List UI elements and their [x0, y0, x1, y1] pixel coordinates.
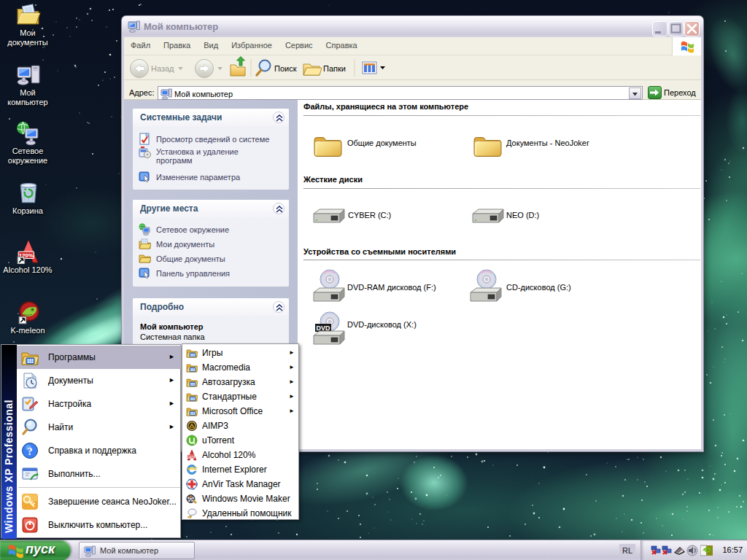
svg-text:Поиск: Поиск: [274, 64, 297, 73]
svg-text:Назад: Назад: [151, 64, 174, 73]
svg-text:120%: 120%: [187, 456, 195, 459]
svg-text:Папки: Папки: [323, 64, 346, 73]
svg-text:?: ?: [27, 446, 33, 457]
